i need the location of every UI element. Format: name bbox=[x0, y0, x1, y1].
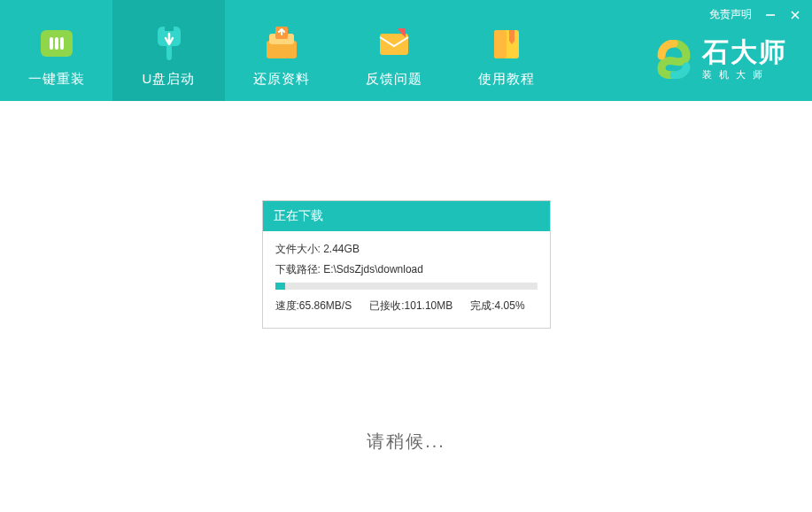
close-button[interactable] bbox=[789, 9, 801, 21]
svg-rect-4 bbox=[165, 27, 174, 31]
nav-item-reinstall[interactable]: 一键重装 bbox=[0, 0, 112, 101]
brand-logo-icon bbox=[654, 40, 693, 79]
nav-item-restore[interactable]: 还原资料 bbox=[225, 0, 337, 101]
path-label: 下载路径: bbox=[275, 263, 321, 275]
completed-value: 4.05% bbox=[495, 299, 525, 312]
stats-row: 速度:65.86MB/S 已接收:101.10MB 完成:4.05% bbox=[275, 299, 537, 314]
svg-rect-3 bbox=[60, 37, 64, 50]
nav-label: 反馈问题 bbox=[366, 71, 422, 88]
nav-item-tutorial[interactable]: 使用教程 bbox=[450, 0, 562, 101]
received-value: 101.10MB bbox=[405, 299, 453, 312]
reinstall-icon bbox=[38, 25, 75, 62]
brand: 石大师 装机大师 bbox=[654, 37, 787, 81]
wait-text: 请稍候... bbox=[367, 430, 445, 454]
minimize-button[interactable] bbox=[764, 9, 777, 21]
content: 正在下载 文件大小: 2.44GB 下载路径: E:\SdsZjds\downl… bbox=[0, 101, 812, 512]
file-size-value: 2.44GB bbox=[323, 243, 360, 255]
header: 一键重装 U盘启动 还原资料 bbox=[0, 0, 812, 101]
completed-stat: 完成:4.05% bbox=[470, 299, 524, 314]
speed-label: 速度: bbox=[275, 299, 299, 312]
title-controls: 免责声明 bbox=[709, 7, 801, 22]
progress-bar bbox=[275, 283, 537, 290]
nav-label: 还原资料 bbox=[253, 71, 310, 88]
path-row: 下载路径: E:\SdsZjds\download bbox=[275, 262, 537, 277]
speed-value: 65.86MB/S bbox=[299, 299, 352, 312]
path-value: E:\SdsZjds\download bbox=[323, 263, 423, 275]
svg-rect-12 bbox=[509, 30, 514, 41]
svg-rect-9 bbox=[380, 34, 408, 55]
download-title: 正在下载 bbox=[263, 201, 550, 231]
brand-name: 石大师 bbox=[702, 37, 787, 66]
disclaimer-link[interactable]: 免责声明 bbox=[709, 7, 752, 22]
tutorial-icon bbox=[488, 25, 525, 62]
completed-label: 完成: bbox=[470, 299, 494, 312]
restore-icon bbox=[263, 25, 300, 62]
nav-label: 一键重装 bbox=[28, 71, 85, 88]
nav-item-usb-boot[interactable]: U盘启动 bbox=[112, 0, 225, 101]
svg-rect-1 bbox=[50, 37, 53, 50]
file-size-row: 文件大小: 2.44GB bbox=[275, 242, 537, 257]
brand-text: 石大师 装机大师 bbox=[702, 37, 787, 81]
nav-item-feedback[interactable]: 反馈问题 bbox=[337, 0, 450, 101]
progress-fill bbox=[275, 283, 286, 290]
download-panel: 正在下载 文件大小: 2.44GB 下载路径: E:\SdsZjds\downl… bbox=[262, 200, 551, 329]
received-stat: 已接收:101.10MB bbox=[369, 299, 452, 314]
file-size-label: 文件大小: bbox=[275, 243, 321, 255]
nav: 一键重装 U盘启动 还原资料 bbox=[0, 0, 562, 101]
svg-rect-11 bbox=[494, 30, 507, 58]
received-label: 已接收: bbox=[369, 299, 404, 312]
download-body: 文件大小: 2.44GB 下载路径: E:\SdsZjds\download 速… bbox=[263, 231, 550, 328]
feedback-icon bbox=[375, 25, 413, 62]
speed-stat: 速度:65.86MB/S bbox=[275, 299, 352, 314]
svg-rect-2 bbox=[55, 37, 58, 50]
nav-label: 使用教程 bbox=[478, 71, 535, 88]
usb-boot-icon bbox=[151, 25, 188, 62]
nav-label: U盘启动 bbox=[143, 71, 196, 88]
brand-subtitle: 装机大师 bbox=[702, 68, 787, 81]
